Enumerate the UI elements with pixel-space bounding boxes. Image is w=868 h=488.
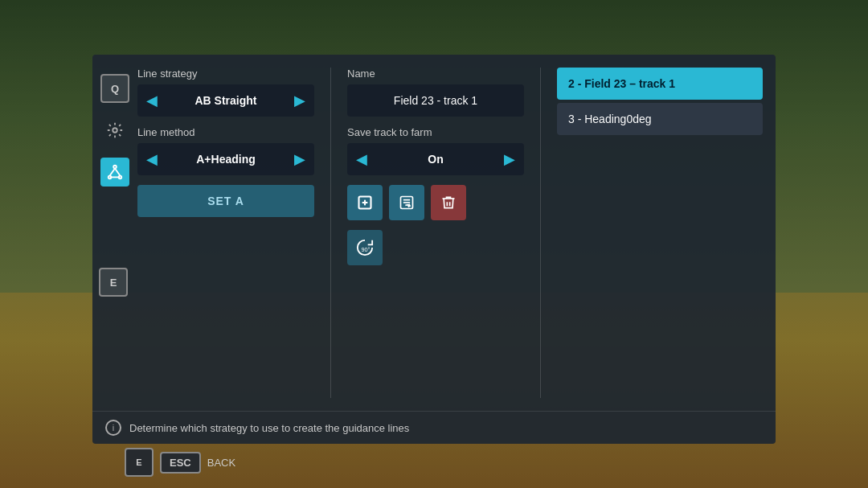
rotate-row: 90° [347, 230, 524, 265]
line-strategy-selector: ◀ AB Straight ▶ [137, 84, 314, 117]
save-track-prev-button[interactable]: ◀ [347, 143, 376, 175]
line-method-value: A+Heading [166, 153, 285, 166]
esc-key-badge: ESC [160, 452, 201, 474]
line-strategy-prev-button[interactable]: ◀ [137, 84, 166, 117]
set-a-button[interactable]: SET A [137, 185, 314, 217]
line-method-label: Line method [137, 126, 314, 138]
track-actions-row [347, 185, 524, 220]
back-label[interactable]: BACK [207, 457, 235, 469]
track-list: 2 - Field 23 – track 1 3 - Heading0deg [557, 68, 763, 398]
divider-1 [330, 68, 331, 398]
content-area: Line strategy ◀ AB Straight ▶ Line metho… [137, 68, 763, 398]
edit-track-button[interactable] [389, 185, 424, 220]
sidebar: Q [92, 68, 137, 398]
save-track-value: On [376, 153, 495, 166]
line-method-next-button[interactable]: ▶ [285, 143, 314, 175]
gear-icon[interactable] [100, 116, 129, 145]
bottom-bar: E ESC BACK [92, 448, 235, 477]
delete-track-button[interactable] [431, 185, 466, 220]
line-method-selector: ◀ A+Heading ▶ [137, 143, 314, 175]
save-track-label: Save track to farm [347, 126, 524, 138]
line-method-prev-button[interactable]: ◀ [137, 143, 166, 175]
e-key-badge[interactable]: E [125, 448, 154, 477]
info-text: Determine which strategy to use to creat… [129, 422, 409, 434]
svg-text:90°: 90° [361, 246, 370, 253]
svg-line-4 [110, 168, 115, 175]
line-strategy-label: Line strategy [137, 68, 314, 80]
line-strategy-value: AB Straight [166, 94, 285, 107]
save-track-next-button[interactable]: ▶ [495, 143, 524, 175]
svg-point-0 [113, 128, 117, 133]
q-key-button[interactable]: Q [100, 74, 129, 103]
line-strategy-next-button[interactable]: ▶ [285, 84, 314, 117]
svg-point-1 [113, 166, 117, 169]
name-field[interactable]: Field 23 - track 1 [347, 84, 524, 117]
track-item-2[interactable]: 3 - Heading0deg [557, 103, 763, 135]
main-panel: Q [92, 55, 776, 444]
info-icon: i [105, 420, 121, 436]
name-label: Name [347, 68, 524, 80]
left-column: Line strategy ◀ AB Straight ▶ Line metho… [137, 68, 314, 398]
save-track-selector: ◀ On ▶ [347, 143, 524, 175]
cog-link-icon[interactable] [100, 158, 129, 187]
add-track-button[interactable] [347, 185, 383, 220]
info-bar: i Determine which strategy to use to cre… [92, 411, 776, 444]
middle-column: Name Field 23 - track 1 Save track to fa… [347, 68, 524, 398]
track-item-1[interactable]: 2 - Field 23 – track 1 [557, 68, 763, 100]
svg-line-5 [115, 168, 120, 175]
rotate-button[interactable]: 90° [347, 230, 383, 265]
divider-2 [540, 68, 541, 398]
e-key-button[interactable]: E [99, 268, 128, 297]
